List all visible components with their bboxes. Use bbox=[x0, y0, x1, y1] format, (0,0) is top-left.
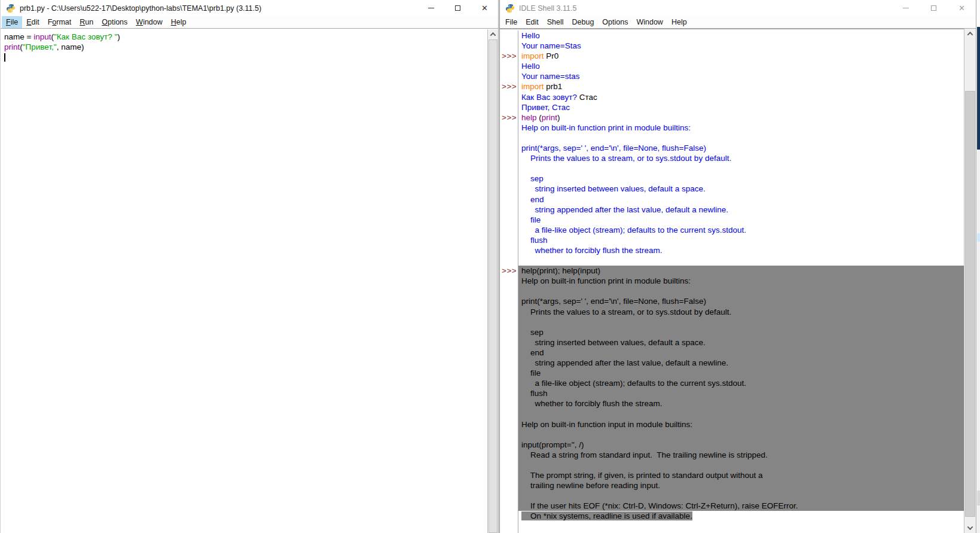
shell-line: whether to forcibly flush the stream. bbox=[500, 245, 964, 255]
shell-line: >>>help(print); help(input) bbox=[500, 266, 964, 276]
code-segment: print bbox=[542, 113, 557, 122]
code-segment: name = bbox=[4, 32, 33, 41]
shell-scrollbar[interactable] bbox=[964, 29, 976, 533]
shell-text-area[interactable]: HelloYour name=Stas>>>import Pr0HelloYou… bbox=[500, 29, 964, 533]
code-segment: Prints the values to a stream, or to sys… bbox=[521, 307, 731, 316]
code-segment: a file-like object (stream); defaults to… bbox=[521, 379, 746, 388]
minimize-button[interactable] bbox=[417, 0, 444, 16]
scroll-down-button[interactable] bbox=[964, 523, 976, 533]
shell-prompt: >>> bbox=[500, 51, 518, 61]
code-segment: Hello bbox=[521, 62, 540, 71]
sliver-strip bbox=[977, 491, 980, 505]
shell-text: print(*args, sep=' ', end='\n', file=Non… bbox=[518, 143, 964, 153]
editor-scrollbar-thumb[interactable] bbox=[489, 39, 497, 533]
shell-text-selected bbox=[518, 430, 964, 440]
menu-debug[interactable]: Debug bbox=[568, 16, 599, 28]
code-segment: , name) bbox=[57, 42, 84, 51]
shell-line: flush bbox=[500, 388, 964, 398]
shell-gutter bbox=[500, 215, 518, 225]
shell-line: The prompt string, if given, is printed … bbox=[500, 470, 964, 480]
shell-line: Prints the values to a stream, or to sys… bbox=[500, 307, 964, 317]
python-icon bbox=[505, 4, 515, 13]
editor-code-line bbox=[4, 52, 487, 62]
shell-text: Help on built-in function print in modul… bbox=[518, 123, 964, 133]
menu-shell[interactable]: Shell bbox=[543, 16, 568, 28]
maximize-icon bbox=[455, 5, 460, 11]
shell-text: a file-like object (stream); defaults to… bbox=[518, 225, 964, 235]
menu-edit[interactable]: Edit bbox=[521, 16, 543, 28]
maximize-button[interactable] bbox=[444, 0, 471, 16]
shell-line bbox=[500, 491, 964, 501]
editor-titlebar: prb1.py - C:\Users\u522-17\Desktop\pytho… bbox=[1, 0, 498, 16]
close-button[interactable]: ✕ bbox=[471, 0, 498, 16]
close-icon: ✕ bbox=[481, 4, 488, 12]
scroll-down-icon bbox=[967, 524, 973, 530]
scroll-up-button[interactable] bbox=[488, 29, 498, 39]
shell-text-selected: If the user hits EOF (*nix: Ctrl-D, Wind… bbox=[518, 501, 964, 511]
shell-gutter bbox=[500, 511, 518, 521]
minimize-button[interactable] bbox=[892, 0, 920, 16]
editor-text-area[interactable]: name = input("Как Вас зовут? ")print("Пр… bbox=[1, 29, 487, 533]
menu-format[interactable]: Format bbox=[44, 16, 76, 28]
shell-gutter bbox=[500, 480, 518, 491]
shell-text: end bbox=[518, 194, 964, 205]
menu-run[interactable]: Run bbox=[75, 16, 97, 28]
menu-help[interactable]: Help bbox=[667, 16, 691, 28]
menu-window[interactable]: Window bbox=[632, 16, 667, 28]
editor-window: prb1.py - C:\Users\u522-17\Desktop\pytho… bbox=[0, 0, 499, 533]
shell-gutter bbox=[500, 235, 518, 245]
menu-help[interactable]: Help bbox=[167, 16, 191, 28]
code-segment: "Как Вас зовут? " bbox=[54, 32, 117, 41]
background-window-sliver bbox=[977, 0, 980, 533]
shell-line: string inserted between values, default … bbox=[500, 184, 964, 194]
editor-code-line: name = input("Как Вас зовут? ") bbox=[4, 32, 487, 42]
shell-scrollbar-thumb[interactable] bbox=[965, 91, 975, 517]
shell-gutter bbox=[500, 388, 518, 398]
code-segment: whether to forcibly flush the stream. bbox=[521, 246, 663, 255]
sliver-strip bbox=[977, 0, 980, 27]
shell-text-selected: Help on built-in function print in modul… bbox=[518, 276, 964, 286]
code-segment: file bbox=[521, 368, 541, 377]
shell-line: >>>import prb1 bbox=[500, 81, 964, 92]
menu-file[interactable]: File bbox=[2, 16, 22, 28]
shell-text: flush bbox=[518, 235, 964, 245]
menu-options[interactable]: Options bbox=[598, 16, 632, 28]
shell-line: Prints the values to a stream, or to sys… bbox=[500, 153, 964, 163]
code-segment: flush bbox=[521, 389, 548, 398]
menu-file[interactable]: File bbox=[501, 16, 521, 28]
shell-prompt: >>> bbox=[500, 266, 518, 276]
shell-text-selected bbox=[518, 286, 964, 296]
shell-gutter bbox=[500, 286, 518, 296]
shell-text-selected: end bbox=[518, 348, 964, 358]
shell-line: Привет, Стас bbox=[500, 102, 964, 112]
shell-text-selected: The prompt string, if given, is printed … bbox=[518, 470, 964, 480]
menu-options[interactable]: Options bbox=[97, 16, 132, 28]
shell-gutter bbox=[500, 123, 518, 133]
shell-line: string inserted between values, default … bbox=[500, 337, 964, 348]
shell-gutter bbox=[500, 368, 518, 378]
shell-gutter bbox=[500, 409, 518, 419]
shell-gutter bbox=[500, 276, 518, 286]
code-segment: Your name=Stas bbox=[521, 41, 581, 50]
text-cursor bbox=[4, 53, 5, 62]
code-segment: import bbox=[521, 51, 544, 60]
editor-menubar: FileEditFormatRunOptionsWindowHelp bbox=[1, 16, 498, 29]
scroll-up-button[interactable] bbox=[964, 29, 976, 39]
shell-gutter bbox=[500, 194, 518, 205]
close-button[interactable]: ✕ bbox=[948, 0, 976, 16]
editor-scrollbar[interactable] bbox=[487, 29, 498, 533]
shell-gutter bbox=[500, 41, 518, 51]
shell-text-selected bbox=[518, 460, 964, 470]
shell-line bbox=[500, 255, 964, 266]
shell-text: Как Вас зовут? Стас bbox=[518, 92, 964, 102]
sliver-strip bbox=[977, 27, 980, 150]
selection-end: On *nix systems, readline is used if ava… bbox=[521, 511, 692, 520]
menu-edit[interactable]: Edit bbox=[22, 16, 44, 28]
shell-text bbox=[518, 522, 964, 532]
menu-window[interactable]: Window bbox=[132, 16, 166, 28]
shell-line: a file-like object (stream); defaults to… bbox=[500, 378, 964, 388]
maximize-button[interactable] bbox=[920, 0, 948, 16]
shell-gutter bbox=[500, 398, 518, 409]
shell-text-selected: Read a string from standard input. The t… bbox=[518, 450, 964, 460]
shell-text-selected: input(prompt='', /) bbox=[518, 440, 964, 450]
